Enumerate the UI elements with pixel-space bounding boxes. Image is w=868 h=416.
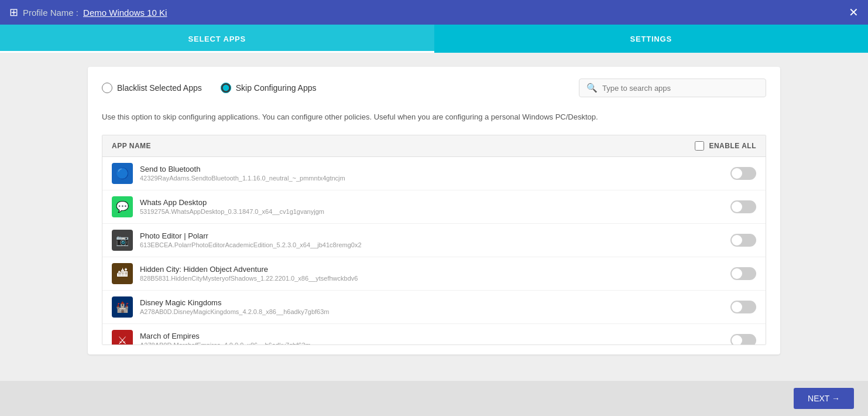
app-toggle[interactable] [730,334,756,345]
skip-radio[interactable] [221,83,231,93]
app-icon: 🏙 [112,263,133,284]
app-info: Photo Editor | Polarr 613EBCEA.PolarrPho… [140,231,730,248]
search-box: 🔍 [579,79,766,97]
enable-all-checkbox[interactable] [695,141,704,151]
info-text: Use this option to skip configuring appl… [102,107,766,125]
main-content: Blacklist Selected Apps Skip Configuring… [0,53,868,381]
blacklist-radio[interactable] [102,83,112,93]
skip-label: Skip Configuring Apps [236,83,317,93]
skip-option[interactable]: Skip Configuring Apps [221,83,317,93]
table-row: 📷 Photo Editor | Polarr 613EBCEA.PolarrP… [102,224,766,257]
col-enable-all-header: ENABLE ALL [695,141,756,151]
toggle-slider [730,200,756,213]
table-row: ⚔ March of Empires A278AB0D.MarchofEmpir… [102,324,766,345]
search-icon: 🔍 [586,83,598,93]
app-name: Hidden City: Hidden Object Adventure [140,265,730,274]
app-info: Disney Magic Kingdoms A278AB0D.DisneyMag… [140,298,730,315]
footer: NEXT → [0,381,868,416]
next-button[interactable]: NEXT → [794,388,854,409]
windows-icon: ⊞ [9,6,18,19]
app-header: ⊞ Profile Name : Demo Windows 10 Ki ✕ [0,0,868,25]
tab-settings[interactable]: SETTINGS [434,25,869,53]
tab-settings-label: SETTINGS [630,35,672,43]
app-id: 42329RayAdams.SendtoBluetooth_1.1.16.0_n… [140,175,730,182]
app-id: A278AB0D.DisneyMagicKingdoms_4.2.0.8_x86… [140,308,730,315]
app-icon: ⚔ [112,330,133,345]
main-card: Blacklist Selected Apps Skip Configuring… [88,67,780,354]
app-info: Send to Bluetooth 42329RayAdams.SendtoBl… [140,165,730,182]
app-toggle[interactable] [730,167,756,180]
header-left: ⊞ Profile Name : Demo Windows 10 Ki [9,6,167,19]
app-icon: 🔵 [112,163,133,184]
app-table: APP NAME ENABLE ALL 🔵 Send to Bluetooth … [102,135,766,345]
app-id: 5319275A.WhatsAppDesktop_0.3.1847.0_x64_… [140,208,730,215]
tab-select-apps[interactable]: SELECT APPS [0,25,434,53]
app-name: Disney Magic Kingdoms [140,298,730,307]
app-info: March of Empires A278AB0D.MarchofEmpires… [140,332,730,345]
enable-all-label: ENABLE ALL [709,142,756,150]
table-row: 🔵 Send to Bluetooth 42329RayAdams.Sendto… [102,157,766,190]
app-list: 🔵 Send to Bluetooth 42329RayAdams.Sendto… [102,157,766,345]
col-app-name-header: APP NAME [112,142,695,150]
table-row: 🏰 Disney Magic Kingdoms A278AB0D.DisneyM… [102,291,766,324]
app-toggle[interactable] [730,301,756,313]
table-row: 🏙 Hidden City: Hidden Object Adventure 8… [102,257,766,291]
tab-select-apps-label: SELECT APPS [188,35,246,43]
app-name: Photo Editor | Polarr [140,231,730,240]
app-icon: 📷 [112,230,133,251]
blacklist-label: Blacklist Selected Apps [117,83,202,93]
toggle-slider [730,234,756,247]
options-row: Blacklist Selected Apps Skip Configuring… [102,79,766,97]
app-name: Send to Bluetooth [140,165,730,173]
profile-name: Demo Windows 10 Ki [83,8,167,18]
table-header: APP NAME ENABLE ALL [102,135,766,157]
app-id: 828B5831.HiddenCityMysteryofShadows_1.22… [140,275,730,282]
app-icon: 🏰 [112,296,133,318]
toggle-slider [730,301,756,313]
app-name: Whats App Desktop [140,198,730,207]
app-toggle[interactable] [730,267,756,280]
toggle-slider [730,334,756,345]
app-toggle[interactable] [730,234,756,247]
app-icon: 💬 [112,196,133,217]
app-id: A278AB0D.MarchofEmpires_4.0.0.9_x86__h6a… [140,342,730,345]
app-info: Whats App Desktop 5319275A.WhatsAppDeskt… [140,198,730,215]
profile-label: Profile Name : [23,8,78,18]
toggle-slider [730,167,756,180]
tab-bar: SELECT APPS SETTINGS [0,25,868,53]
table-row: 💬 Whats App Desktop 5319275A.WhatsAppDes… [102,190,766,224]
app-name: March of Empires [140,332,730,340]
close-button[interactable]: ✕ [849,6,859,18]
blacklist-option[interactable]: Blacklist Selected Apps [102,83,202,93]
search-input[interactable] [602,84,759,93]
toggle-slider [730,267,756,280]
app-toggle[interactable] [730,200,756,213]
app-info: Hidden City: Hidden Object Adventure 828… [140,265,730,282]
app-id: 613EBCEA.PolarrPhotoEditorAcademicEditio… [140,241,730,248]
